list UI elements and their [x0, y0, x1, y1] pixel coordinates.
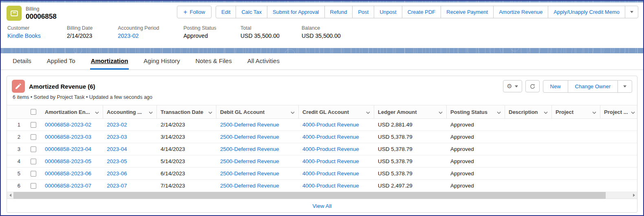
cell-debit[interactable]: 2500-Deferred Revenue — [216, 168, 299, 179]
column-menu[interactable] — [366, 109, 370, 115]
field-value-accounting-period[interactable]: 2023-02 — [118, 33, 183, 39]
tab-all-activities[interactable]: All Activities — [247, 53, 280, 70]
horizontal-scrollbar[interactable] — [7, 192, 637, 199]
cell-period[interactable]: 2023-04 — [103, 143, 157, 155]
list-settings-button[interactable]: ⚙ — [503, 80, 522, 92]
column-label: Project ... — [604, 109, 628, 115]
field-accounting-period: Accounting Period2023-02 — [118, 25, 183, 39]
table-header-row: Amortization En...Accounting ...Transact… — [7, 105, 637, 119]
cell-debit[interactable]: 2500-Deferred Revenue — [216, 131, 299, 143]
cell-credit[interactable]: 4000-Product Revenue — [299, 180, 374, 192]
field-value-customer[interactable]: Kindle Books — [7, 33, 67, 39]
cell-period[interactable]: 2023-05 — [103, 155, 157, 167]
tab-applied-to[interactable]: Applied To — [46, 53, 76, 70]
column-menu[interactable] — [95, 109, 99, 115]
column-menu[interactable] — [497, 109, 501, 115]
row-checkbox[interactable] — [31, 146, 36, 152]
new-button[interactable]: New — [543, 80, 568, 93]
cell-credit[interactable]: 4000-Product Revenue — [299, 119, 374, 131]
column-header-posting-status[interactable]: Posting Status — [447, 105, 505, 118]
row-number: 4 — [7, 155, 26, 167]
tab-details[interactable]: Details — [12, 53, 32, 70]
view-all-link[interactable]: View All — [312, 203, 331, 209]
column-header-transaction-date[interactable]: Transaction Date — [157, 105, 216, 118]
column-header-credit-gl-account[interactable]: Credit GL Account — [299, 105, 374, 118]
cell-entry[interactable]: 00006858-2023-04 — [41, 143, 103, 155]
cell-debit[interactable]: 2500-Deferred Revenue — [216, 143, 299, 155]
scrollbar-thumb[interactable] — [13, 192, 606, 199]
cell-period[interactable]: 2023-06 — [103, 168, 157, 179]
cell-entry[interactable]: 00006858-2023-02 — [41, 119, 103, 131]
scroll-right-arrow[interactable] — [631, 192, 637, 199]
record-tabs-panel: DetailsApplied ToAmortizationAging Histo… — [1, 53, 643, 215]
change-owner-button[interactable]: Change Owner — [568, 80, 618, 93]
cell-debit[interactable]: 2500-Deferred Revenue — [216, 180, 299, 192]
field-billing-date: Billing Date2/14/2023 — [67, 25, 118, 39]
cell-credit[interactable]: 4000-Product Revenue — [299, 143, 374, 155]
column-menu[interactable] — [208, 109, 212, 115]
action-button-receive-payment[interactable]: Receive Payment — [441, 6, 494, 18]
column-header-debit-gl-account[interactable]: Debit GL Account — [216, 105, 299, 118]
tab-amortization[interactable]: Amortization — [90, 53, 129, 70]
action-button-create-pdf[interactable]: Create PDF — [402, 6, 441, 18]
cell-credit[interactable]: 4000-Product Revenue — [299, 168, 374, 179]
column-header-description[interactable]: Description — [505, 105, 552, 118]
cell-entry[interactable]: 00006858-2023-05 — [41, 155, 103, 167]
cell-debit[interactable]: 2500-Deferred Revenue — [216, 155, 299, 167]
action-button-submit-for-approval[interactable]: Submit for Approval — [267, 6, 324, 18]
object-label: Billing — [26, 6, 57, 12]
refresh-button[interactable] — [525, 80, 540, 92]
row-checkbox[interactable] — [31, 183, 36, 189]
column-header-project[interactable]: Project — [552, 105, 600, 118]
more-actions-button[interactable] — [625, 6, 638, 18]
row-checkbox[interactable] — [31, 159, 36, 164]
cell-project — [552, 131, 600, 143]
action-button-calc-tax[interactable]: Calc Tax — [236, 6, 267, 18]
action-button-unpost[interactable]: Unpost — [374, 6, 402, 18]
action-button-amortize-revenue[interactable]: Amortize Revenue — [493, 6, 548, 18]
column-menu[interactable] — [291, 109, 295, 115]
cell-entry[interactable]: 00006858-2023-07 — [41, 180, 103, 192]
tab-notes-files[interactable]: Notes & Files — [195, 53, 233, 70]
column-header-project[interactable]: Project ... — [600, 105, 637, 118]
cell-date: 3/14/2023 — [157, 131, 216, 143]
cell-amount: USD 5,378.79 — [374, 131, 447, 143]
cell-period[interactable]: 2023-07 — [103, 180, 157, 192]
tab-aging-history[interactable]: Aging History — [143, 53, 181, 70]
list-more-actions-button[interactable] — [618, 80, 632, 93]
cell-status: Approved — [447, 180, 505, 192]
action-button-post[interactable]: Post — [352, 6, 374, 18]
cell-debit[interactable]: 2500-Deferred Revenue — [216, 119, 299, 131]
column-menu[interactable] — [631, 109, 635, 115]
column-header-accounting[interactable]: Accounting ... — [103, 105, 157, 118]
select-all-checkbox[interactable] — [31, 109, 36, 115]
column-menu[interactable] — [592, 109, 596, 115]
action-button-refund[interactable]: Refund — [324, 6, 353, 18]
column-menu[interactable] — [544, 109, 548, 115]
cell-period[interactable]: 2023-02 — [103, 119, 157, 131]
column-menu[interactable] — [439, 109, 443, 115]
cell-credit[interactable]: 4000-Product Revenue — [299, 155, 374, 167]
action-button-apply-unapply-credit-memo[interactable]: Apply/Unapply Credit Memo — [548, 6, 625, 18]
scroll-left-arrow[interactable] — [7, 192, 13, 199]
cell-project_task — [600, 180, 637, 192]
row-checkbox-cell — [26, 180, 41, 192]
column-menu[interactable] — [149, 109, 153, 115]
column-header-ledger-amount[interactable]: Ledger Amount — [374, 105, 447, 118]
amortization-record-icon — [12, 80, 25, 93]
row-checkbox-cell — [26, 168, 41, 179]
cell-period[interactable]: 2023-03 — [103, 131, 157, 143]
column-header-amortization-en[interactable]: Amortization En... — [41, 105, 103, 118]
sort-chevron-icon — [366, 111, 370, 114]
cell-entry[interactable]: 00006858-2023-06 — [41, 168, 103, 179]
row-checkbox[interactable] — [31, 171, 36, 177]
field-label: Total — [240, 25, 302, 31]
cell-description — [505, 143, 552, 155]
follow-button[interactable]: + Follow — [177, 6, 212, 18]
row-checkbox[interactable] — [31, 134, 36, 140]
cell-entry[interactable]: 00006858-2023-03 — [41, 131, 103, 143]
row-checkbox[interactable] — [31, 122, 36, 128]
action-button-edit[interactable]: Edit — [216, 6, 236, 18]
column-label: Ledger Amount — [378, 109, 417, 115]
cell-credit[interactable]: 4000-Product Revenue — [299, 131, 374, 143]
